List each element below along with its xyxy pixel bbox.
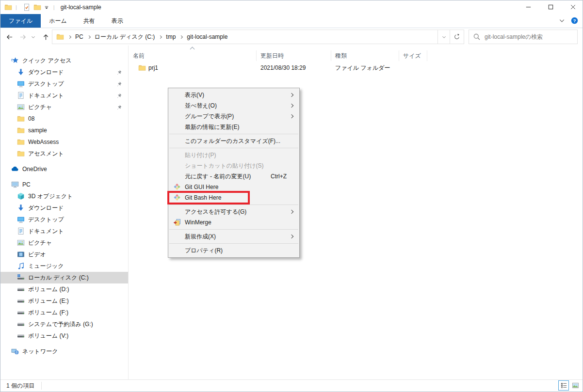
search-box[interactable]	[469, 30, 578, 44]
details-view-button[interactable]	[558, 380, 569, 391]
refresh-icon	[453, 33, 460, 40]
item-count: 1 個の項目	[6, 382, 34, 390]
menu-item[interactable]: プロパティ(R)	[168, 245, 299, 256]
ribbon-expand-icon[interactable]	[558, 17, 566, 25]
sidebar-item-label: sample	[28, 127, 47, 134]
back-arrow-icon	[6, 33, 13, 41]
status-bar: 1 個の項目	[0, 379, 583, 392]
sidebar-item[interactable]: ビデオ	[0, 249, 128, 260]
refresh-button[interactable]	[450, 30, 464, 44]
up-arrow-icon	[42, 33, 49, 41]
ribbon-tab[interactable]: ファイル	[0, 14, 41, 28]
details-view-icon	[560, 382, 567, 389]
menu-separator	[169, 134, 298, 134]
sidebar-item[interactable]: PC	[0, 179, 128, 190]
sidebar-item[interactable]: システムで予約済み (G:)	[0, 318, 128, 330]
menu-item[interactable]: アクセスを許可する(G)	[168, 206, 299, 217]
sidebar-item[interactable]: ドキュメント	[0, 225, 128, 237]
breadcrumb[interactable]: PCローカル ディスク (C:)tmpgit-local-sample	[52, 30, 438, 44]
ribbon-tab[interactable]: ホーム	[41, 14, 75, 28]
close-icon	[569, 3, 577, 11]
sidebar-item-label: ボリューム (D:)	[28, 285, 69, 294]
menu-item[interactable]: Git Bash Here	[168, 192, 299, 203]
menu-item[interactable]: グループで表示(P)	[168, 111, 299, 122]
sidebar-item[interactable]: デスクトップ	[0, 214, 128, 225]
breadcrumb-segment[interactable]: ローカル ディスク (C:)	[95, 33, 155, 41]
thumbnail-view-button[interactable]	[570, 380, 581, 391]
sidebar-item[interactable]: ダウンロード	[0, 202, 128, 214]
sidebar-item[interactable]: WebAssess	[0, 136, 128, 148]
column-header[interactable]: 種類	[331, 50, 399, 61]
titlebar-divider: |	[16, 4, 17, 10]
menu-item[interactable]: WinMerge	[168, 217, 299, 228]
sidebar-item[interactable]: ボリューム (V:)	[0, 330, 128, 342]
menu-item[interactable]: 表示(V)	[168, 90, 299, 100]
menu-item-label: Git Bash Here	[185, 194, 221, 201]
sidebar-item[interactable]: 3D オブジェクト	[0, 190, 128, 202]
git-icon	[173, 183, 185, 191]
sidebar-item[interactable]: ボリューム (E:)	[0, 295, 128, 307]
menu-item-label: プロパティ(R)	[185, 247, 223, 255]
search-input[interactable]	[485, 33, 573, 40]
status-divider	[41, 382, 42, 390]
ribbon-tab[interactable]: 共有	[75, 14, 103, 28]
recent-locations-button[interactable]	[29, 31, 37, 43]
qat-new-folder-icon[interactable]	[33, 3, 41, 11]
sidebar-item[interactable]: 08	[0, 113, 128, 125]
address-dropdown-button[interactable]	[437, 30, 450, 44]
qat-customize-dropdown-icon[interactable]	[43, 4, 50, 11]
forward-button[interactable]	[16, 31, 29, 43]
menu-separator	[169, 148, 298, 148]
sidebar-item[interactable]: ダウンロード	[0, 66, 128, 78]
menu-item[interactable]: このフォルダーのカスタマイズ(F)...	[168, 136, 299, 146]
sidebar-item-label: ミュージック	[28, 262, 64, 270]
breadcrumb-segment[interactable]: PC	[75, 33, 83, 40]
sidebar-item-label: システムで予約済み (G:)	[28, 320, 93, 329]
chevron-right-icon	[159, 35, 162, 38]
help-icon[interactable]: ?	[571, 17, 579, 25]
sidebar-item-label: アセスメント	[28, 150, 64, 158]
sidebar-item-label: ダウンロード	[28, 68, 64, 77]
menu-item[interactable]: 並べ替え(O)	[168, 100, 299, 111]
qat-properties-icon[interactable]	[23, 3, 31, 11]
git-icon	[173, 194, 185, 202]
submenu-arrow-icon	[290, 114, 293, 118]
sidebar-item[interactable]: OneDrive	[0, 163, 128, 175]
menu-item[interactable]: 元に戻す - 名前の変更(U) Ctrl+Z	[168, 171, 299, 182]
menu-item[interactable]: 新規作成(X)	[168, 231, 299, 242]
column-header[interactable]: 更新日時	[257, 50, 331, 61]
sidebar-item-label: ボリューム (V:)	[28, 332, 68, 340]
sidebar-item[interactable]: アセスメント	[0, 148, 128, 159]
minimize-button[interactable]	[516, 0, 538, 14]
breadcrumb-segment[interactable]: git-local-sample	[187, 33, 227, 40]
sidebar-item[interactable]: ミュージック	[0, 260, 128, 272]
sidebar-item-label: ダウンロード	[28, 204, 64, 212]
column-header[interactable]: サイズ	[399, 50, 427, 61]
sidebar-item-label: ボリューム (F:)	[28, 309, 68, 317]
prj1-button[interactable]: prj1 2021/08/30 18:29 ファイル フォルダー	[129, 62, 427, 74]
sidebar-item[interactable]: ボリューム (D:)	[0, 283, 128, 295]
sidebar-item[interactable]: デスクトップ	[0, 78, 128, 90]
close-button[interactable]	[560, 0, 583, 14]
column-header[interactable]: 名前	[129, 50, 257, 61]
up-button[interactable]	[39, 31, 52, 43]
pc-icon	[11, 181, 19, 188]
sidebar-item[interactable]: ボリューム (F:)	[0, 307, 128, 318]
disk-os-icon	[17, 274, 25, 282]
sidebar-item-label: クイック アクセス	[22, 57, 72, 65]
menu-item[interactable]: Git GUI Here	[168, 182, 299, 192]
maximize-button[interactable]	[538, 0, 560, 14]
sidebar-item[interactable]: ドキュメント	[0, 90, 128, 101]
sidebar-item[interactable]: ローカル ディスク (C:)	[0, 272, 128, 283]
breadcrumb-segment[interactable]: tmp	[166, 33, 176, 40]
sidebar-item[interactable]: ピクチャ	[0, 101, 128, 113]
menu-item-label: Git GUI Here	[185, 184, 218, 190]
sidebar-item[interactable]: ネットワーク	[0, 345, 128, 357]
sidebar-item[interactable]: ピクチャ	[0, 237, 128, 249]
sidebar-item[interactable]: sample	[0, 125, 128, 136]
sidebar-item[interactable]: クイック アクセス	[0, 55, 128, 66]
back-button[interactable]	[3, 31, 16, 43]
menu-item[interactable]: 最新の情報に更新(E)	[168, 122, 299, 132]
ribbon-tab[interactable]: 表示	[103, 14, 131, 28]
menu-item-label: 最新の情報に更新(E)	[185, 123, 240, 131]
